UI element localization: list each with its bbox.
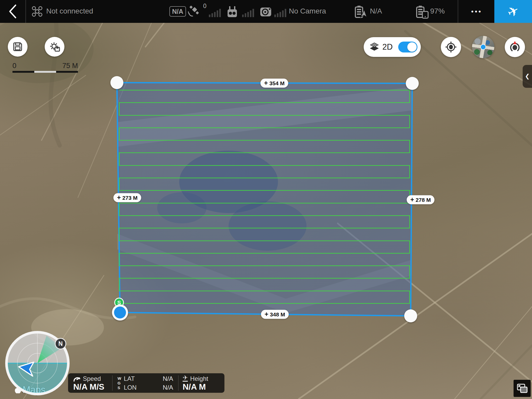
divider bbox=[458, 0, 458, 23]
map-mode-toggle[interactable] bbox=[398, 42, 417, 52]
lon-value: N/A bbox=[142, 384, 173, 391]
map-mode-pill: 2D bbox=[364, 37, 421, 57]
height-value: N/A M bbox=[183, 382, 220, 391]
edge-length-value: 278 M bbox=[416, 197, 431, 203]
lat-value: N/A bbox=[142, 375, 173, 382]
flight-mode-value: N/A bbox=[172, 8, 183, 15]
edge-length-label-left: + 273 M bbox=[114, 193, 141, 202]
survey-area-overlay[interactable] bbox=[0, 0, 532, 399]
connection-status: Not connected bbox=[46, 7, 93, 15]
scale-bar bbox=[12, 71, 78, 73]
edge-length-value: 354 M bbox=[269, 80, 284, 86]
height-label: Height bbox=[190, 375, 208, 382]
corner-handle-top-left[interactable] bbox=[110, 76, 123, 89]
minimap-location-dot bbox=[480, 44, 486, 50]
back-chevron-icon bbox=[8, 4, 17, 19]
plus-icon: + bbox=[265, 310, 269, 318]
edge-length-label-bottom: + 348 M bbox=[261, 310, 289, 319]
aircraft-battery-value: N/A bbox=[370, 7, 382, 15]
status-bar: Not connected N/A 0 No Camera bbox=[0, 0, 532, 23]
rc-battery-icon bbox=[415, 5, 429, 19]
edge-length-label-top: + 354 M bbox=[261, 79, 288, 88]
aircraft-battery-icon bbox=[354, 5, 368, 19]
divider bbox=[25, 0, 26, 23]
minimap-thumbnail-button[interactable] bbox=[472, 36, 494, 58]
edge-length-value: 273 M bbox=[122, 195, 137, 201]
scale-end-label: 75 M bbox=[62, 62, 78, 70]
gps-satellite-icon bbox=[188, 5, 200, 18]
plus-icon: + bbox=[264, 79, 268, 87]
remote-controller-icon bbox=[227, 6, 238, 18]
camera-status: No Camera bbox=[289, 7, 326, 15]
camera-icon bbox=[260, 6, 272, 17]
corner-handle-top-right[interactable] bbox=[406, 77, 419, 90]
layers-icon bbox=[369, 42, 380, 52]
speed-value: N/A M/S bbox=[73, 382, 108, 391]
speed-gauge-icon bbox=[73, 375, 81, 382]
drone-icon bbox=[32, 6, 43, 17]
north-badge: N bbox=[55, 338, 66, 349]
more-menu-button[interactable]: ••• bbox=[465, 0, 488, 23]
mission-settings-button[interactable] bbox=[45, 37, 64, 57]
scale-start-label: 0 bbox=[12, 62, 16, 70]
flight-mode-badge: N/A bbox=[169, 6, 186, 17]
datum-letter: W bbox=[117, 376, 121, 381]
survey-polygon bbox=[117, 83, 412, 316]
plus-icon: + bbox=[410, 196, 414, 203]
takeoff-plane-icon: ✈ bbox=[504, 2, 522, 21]
side-panel-tab[interactable]: ❮ bbox=[523, 65, 532, 88]
rc-battery-value: 97% bbox=[430, 7, 445, 15]
height-takeoff-icon: ✈ bbox=[183, 375, 188, 382]
view-switch-button[interactable] bbox=[514, 380, 531, 397]
corner-handle-bottom-left[interactable] bbox=[112, 304, 128, 321]
datum-wgs-label: W G S bbox=[117, 376, 121, 390]
settings-gear-icon bbox=[49, 41, 60, 52]
gps-signal-bars bbox=[209, 8, 221, 17]
selected-corner-dot bbox=[114, 307, 126, 318]
chevron-left-icon: ❮ bbox=[525, 73, 530, 80]
lat-label: LAT bbox=[124, 375, 142, 382]
locate-button[interactable] bbox=[441, 37, 461, 57]
camera-signal-bars bbox=[274, 8, 286, 17]
save-mission-button[interactable] bbox=[8, 37, 28, 57]
save-icon bbox=[12, 42, 23, 52]
datum-letter: G bbox=[117, 381, 121, 385]
takeoff-button[interactable]: ✈ bbox=[494, 0, 532, 23]
plus-icon: + bbox=[117, 194, 121, 201]
back-button[interactable] bbox=[0, 0, 25, 23]
edge-length-label-right: + 278 M bbox=[407, 195, 435, 204]
map-mode-label: 2D bbox=[382, 42, 393, 52]
rc-signal-bars bbox=[242, 8, 254, 17]
compass-reset-button[interactable] bbox=[505, 37, 525, 57]
map-scale: 0 75 M bbox=[12, 62, 78, 73]
satellite-count: 0 bbox=[203, 3, 207, 10]
locate-crosshair-icon bbox=[445, 41, 457, 53]
toggle-knob bbox=[407, 42, 417, 52]
speed-label: Speed bbox=[83, 375, 101, 382]
lon-label: LON bbox=[124, 384, 142, 391]
telemetry-bar: Speed N/A M/S W G S LAT N/A LON N/A ✈ He… bbox=[68, 373, 224, 393]
corner-handle-bottom-right[interactable] bbox=[404, 309, 417, 322]
datum-letter: S bbox=[117, 385, 121, 390]
north-label: N bbox=[58, 340, 63, 347]
picture-in-picture-icon bbox=[517, 383, 528, 393]
ellipsis-icon: ••• bbox=[471, 8, 482, 16]
compass-needle-icon bbox=[508, 41, 521, 54]
edge-length-value: 348 M bbox=[270, 311, 285, 317]
orientation-compass[interactable]: N bbox=[5, 331, 70, 395]
